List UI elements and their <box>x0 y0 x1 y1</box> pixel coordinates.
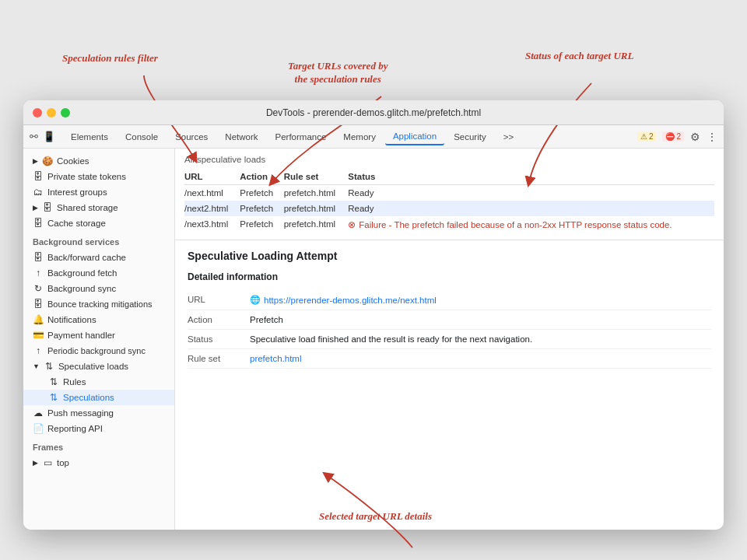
tab-performance[interactable]: Performance <box>268 129 335 145</box>
error-icon: ⛔ <box>665 132 675 141</box>
private-state-icon: 🗄 <box>33 171 44 182</box>
cookies-icon: 🍪 <box>42 156 53 166</box>
sidebar-item-rules[interactable]: ⇅ Rules <box>23 374 174 390</box>
sidebar-label-notifications: Notifications <box>47 315 96 324</box>
sidebar-item-top[interactable]: ▶ ▭ top <box>23 455 174 471</box>
tab-elements[interactable]: Elements <box>63 129 116 145</box>
detail-link[interactable]: prefetch.html <box>250 354 711 363</box>
sidebar-label-top: top <box>57 458 69 467</box>
detail-row-value: Speculative load finished and the result… <box>250 334 711 344</box>
sidebar-item-private-state-tokens[interactable]: 🗄 Private state tokens <box>23 169 174 184</box>
annotation-target-urls: Target URLs covered bythe speculation ru… <box>288 60 388 86</box>
globe-icon: 🌐 <box>250 295 261 305</box>
maximize-button[interactable] <box>61 108 70 117</box>
spec-loads-section: All speculative loads URL Action Rule se… <box>175 149 724 240</box>
cache-storage-icon: 🗄 <box>33 218 44 229</box>
sidebar-label-cache-storage: Cache storage <box>47 219 106 228</box>
detail-row: URL🌐https://prerender-demos.glitch.me/ne… <box>188 290 711 310</box>
sidebar-item-interest-groups[interactable]: 🗂 Interest groups <box>23 184 174 200</box>
error-status: ⊗Failure - The prefetch failed because o… <box>348 219 708 230</box>
cursor-icon[interactable]: ⚯ <box>30 131 38 142</box>
sidebar-label-push-messaging: Push messaging <box>47 408 114 418</box>
sidebar-item-notifications[interactable]: 🔔 Notifications <box>23 312 174 327</box>
window-title: DevTools - prerender-demos.glitch.me/pre… <box>266 107 481 118</box>
sidebar-label-private-state: Private state tokens <box>47 172 126 181</box>
sidebar-label-cookies: Cookies <box>57 156 89 166</box>
traffic-lights <box>33 108 70 117</box>
close-button[interactable] <box>33 108 42 117</box>
col-header-status: Status <box>348 169 714 185</box>
tab-more[interactable]: >> <box>496 129 521 145</box>
error-count: 2 <box>676 132 681 141</box>
table-row[interactable]: /next.htmlPrefetchprefetch.htmlReady <box>184 185 714 201</box>
annotation-status: Status of each target URL <box>525 50 633 63</box>
detail-row-value: Prefetch <box>250 315 711 324</box>
detail-link[interactable]: 🌐https://prerender-demos.glitch.me/next.… <box>250 295 711 305</box>
settings-icon[interactable]: ⚙ <box>690 131 700 143</box>
annotation-selected-details: Selected target URL details <box>319 510 432 523</box>
tab-network[interactable]: Network <box>217 129 265 145</box>
detail-row-value[interactable]: 🌐https://prerender-demos.glitch.me/next.… <box>250 295 711 305</box>
more-icon[interactable]: ⋮ <box>707 131 717 143</box>
detail-row: ActionPrefetch <box>188 310 711 330</box>
detail-row-value[interactable]: prefetch.html <box>250 354 711 363</box>
expand-icon: ▶ <box>33 157 38 165</box>
sidebar-item-reporting-api[interactable]: 📄 Reporting API <box>23 421 174 436</box>
content-panel: All speculative loads URL Action Rule se… <box>175 149 724 530</box>
sidebar-item-periodic-bg-sync[interactable]: ↑ Periodic background sync <box>23 343 174 359</box>
col-header-ruleset: Rule set <box>284 169 349 185</box>
reporting-api-icon: 📄 <box>33 423 44 434</box>
table-row[interactable]: /next3.htmlPrefetchprefetch.html⊗Failure… <box>184 216 714 233</box>
sidebar-label-speculations: Speculations <box>63 393 114 402</box>
sidebar-item-cookies[interactable]: ▶ 🍪 Cookies <box>23 153 174 169</box>
error-circle-icon: ⊗ <box>348 219 356 230</box>
col-header-url: URL <box>184 169 240 185</box>
speculative-loads-table: URL Action Rule set Status /next.htmlPre… <box>184 169 714 233</box>
cell-ruleset: prefetch.html <box>284 185 349 201</box>
expand-icon-ss: ▶ <box>33 204 38 212</box>
speculative-loads-icon: ⇅ <box>44 361 54 372</box>
sidebar-label-speculative-loads: Speculative loads <box>58 362 128 371</box>
tab-console[interactable]: Console <box>117 129 166 145</box>
detail-row-label: URL <box>188 295 250 304</box>
tab-security[interactable]: Security <box>446 129 494 145</box>
bounce-tracking-icon: 🗄 <box>33 299 44 310</box>
cell-action: Prefetch <box>240 201 283 216</box>
cell-action: Prefetch <box>240 216 283 233</box>
sidebar-item-back-forward[interactable]: 🗄 Back/forward cache <box>23 250 174 265</box>
detail-row-label: Rule set <box>188 354 250 363</box>
frames-label: Frames <box>23 436 174 455</box>
sidebar-item-speculative-loads[interactable]: ▼ ⇅ Speculative loads <box>23 359 174 374</box>
sidebar-item-speculations[interactable]: ⇅ Speculations <box>23 390 174 405</box>
push-messaging-icon: ☁ <box>33 408 44 418</box>
warning-icon: ⚠ <box>640 132 647 141</box>
sidebar: ▶ 🍪 Cookies 🗄 Private state tokens 🗂 Int… <box>23 149 175 530</box>
detail-section: Speculative Loading Attempt Detailed inf… <box>175 240 724 530</box>
sidebar-label-back-forward: Back/forward cache <box>47 253 126 262</box>
toolbar: ⚯ 📱 Elements Console Sources Network Per… <box>23 125 724 149</box>
minimize-button[interactable] <box>47 108 56 117</box>
expand-icon-top: ▶ <box>33 459 38 467</box>
sidebar-item-payment-handler[interactable]: 💳 Payment handler <box>23 327 174 343</box>
payment-handler-icon: 💳 <box>33 330 44 341</box>
col-header-action: Action <box>240 169 283 185</box>
all-speculative-loads-label: All speculative loads <box>184 155 714 164</box>
toolbar-right: ⚠ 2 ⛔ 2 ⚙ ⋮ <box>637 131 717 143</box>
cell-ruleset: prefetch.html <box>284 216 349 233</box>
sidebar-item-push-messaging[interactable]: ☁ Push messaging <box>23 405 174 421</box>
sidebar-item-bg-sync[interactable]: ↻ Background sync <box>23 281 174 296</box>
tab-application[interactable]: Application <box>385 128 444 145</box>
device-icon[interactable]: 📱 <box>43 131 55 142</box>
cell-url: /next.html <box>184 185 240 201</box>
sidebar-item-shared-storage[interactable]: ▶ 🗄 Shared storage <box>23 200 174 215</box>
cell-status: Ready <box>348 185 714 201</box>
sidebar-item-bg-fetch[interactable]: ↑ Background fetch <box>23 265 174 281</box>
table-row[interactable]: /next2.htmlPrefetchprefetch.htmlReady <box>184 201 714 216</box>
sidebar-label-bounce-tracking: Bounce tracking mitigations <box>47 299 153 309</box>
tab-memory[interactable]: Memory <box>335 129 384 145</box>
interest-groups-icon: 🗂 <box>33 187 44 198</box>
back-forward-icon: 🗄 <box>33 252 44 263</box>
sidebar-item-bounce-tracking[interactable]: 🗄 Bounce tracking mitigations <box>23 296 174 312</box>
sidebar-item-cache-storage[interactable]: 🗄 Cache storage <box>23 215 174 231</box>
tab-sources[interactable]: Sources <box>167 129 216 145</box>
